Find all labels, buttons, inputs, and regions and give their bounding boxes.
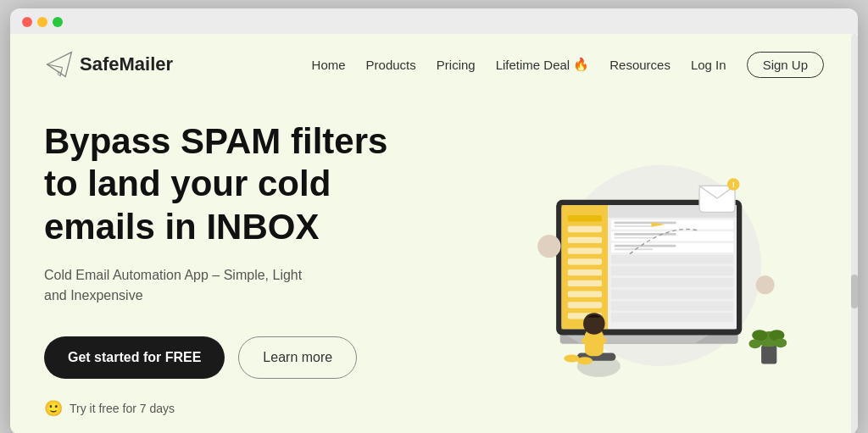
svg-text:!: ! [732,180,735,189]
browser-chrome [10,8,858,34]
nav-home[interactable]: Home [312,58,346,72]
get-started-button[interactable]: Get started for FREE [44,336,225,379]
nav-lifetime-deal[interactable]: Lifetime Deal 🔥 [496,57,590,72]
svg-rect-11 [568,225,602,231]
browser-dots [22,17,846,27]
svg-rect-28 [611,289,733,298]
svg-rect-29 [611,301,733,310]
nav-signup-button[interactable]: Sign Up [747,52,824,78]
svg-rect-12 [568,236,602,242]
svg-rect-14 [568,258,602,264]
hero-illustration: ! [459,142,815,397]
laptop-svg: ! [459,142,815,397]
svg-rect-23 [611,231,733,241]
scrollbar[interactable] [851,34,858,433]
svg-point-54 [775,338,787,347]
svg-rect-25 [611,254,733,264]
svg-rect-24 [611,243,733,253]
svg-rect-31 [615,221,676,224]
minimize-button-dot[interactable] [37,17,47,27]
svg-rect-46 [581,337,606,343]
close-button-dot[interactable] [22,17,32,27]
logo-icon [44,49,75,80]
svg-point-56 [756,275,775,294]
scrollbar-thumb[interactable] [851,275,858,308]
svg-rect-17 [568,291,602,297]
svg-rect-13 [568,247,602,253]
logo[interactable]: SafeMailer [44,49,173,80]
svg-point-53 [748,339,761,348]
nav-links: Home Products Pricing Lifetime Deal 🔥 Re… [312,52,824,78]
navbar: SafeMailer Home Products Pricing Lifetim… [10,34,858,95]
svg-point-47 [564,354,579,362]
svg-rect-33 [615,233,676,236]
svg-rect-15 [568,269,602,275]
try-free-text: Try it free for 7 days [70,402,175,415]
svg-rect-9 [562,205,609,329]
maximize-button-dot[interactable] [53,17,63,27]
nav-resources[interactable]: Resources [609,58,670,72]
page-content: SafeMailer Home Products Pricing Lifetim… [10,34,858,433]
nav-login[interactable]: Log In [691,58,726,72]
try-free-row: 🙂 Try it free for 7 days [44,399,451,418]
svg-rect-34 [615,236,654,238]
svg-rect-10 [568,215,602,221]
nav-pricing[interactable]: Pricing [437,58,476,72]
hero-section: Bypass SPAM filters to land your cold em… [10,95,858,433]
hero-left: Bypass SPAM filters to land your cold em… [44,120,451,418]
svg-rect-16 [568,280,602,286]
svg-point-48 [577,357,593,364]
svg-rect-35 [615,244,676,247]
svg-rect-27 [611,278,733,287]
nav-products[interactable]: Products [366,58,416,72]
svg-rect-22 [611,219,733,229]
hero-right: ! [451,142,824,397]
svg-rect-26 [611,266,733,275]
hero-title: Bypass SPAM filters to land your cold em… [44,120,400,248]
svg-point-51 [752,330,767,341]
learn-more-button[interactable]: Learn more [238,336,357,379]
smiley-icon: 🙂 [44,399,63,418]
svg-rect-30 [611,313,733,322]
hero-buttons: Get started for FREE Learn more [44,336,451,379]
svg-rect-32 [615,225,654,227]
svg-point-55 [537,234,560,257]
svg-marker-0 [47,53,72,77]
svg-rect-36 [615,248,654,250]
brand-name: SafeMailer [80,53,173,75]
fire-icon: 🔥 [573,57,589,72]
svg-rect-18 [568,302,602,308]
svg-rect-49 [761,345,776,364]
hero-subtitle: Cold Email Automation App – Simple, Ligh… [44,265,315,306]
browser-window: SafeMailer Home Products Pricing Lifetim… [10,8,858,433]
